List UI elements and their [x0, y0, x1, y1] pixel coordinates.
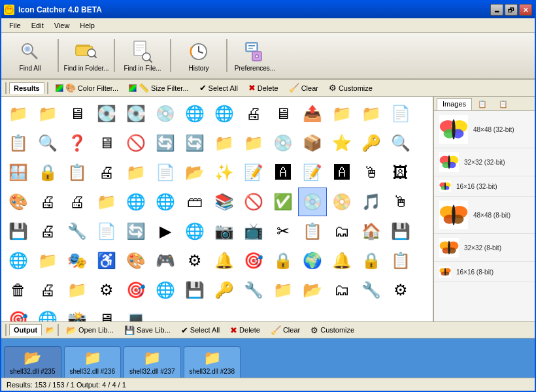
- images-tab3[interactable]: 📋: [493, 98, 514, 110]
- file-tab-shell32-236[interactable]: 📁shell32.dll #236: [64, 346, 122, 378]
- menu-edit[interactable]: Edit: [26, 20, 49, 31]
- icon-cell[interactable]: 📁: [33, 246, 62, 275]
- menu-help[interactable]: Help: [75, 20, 100, 31]
- icon-cell[interactable]: 🎮: [151, 246, 180, 275]
- icon-cell[interactable]: 💽: [122, 99, 150, 128]
- icon-cell[interactable]: ❓: [63, 129, 92, 157]
- icon-cell[interactable]: ▶: [151, 217, 180, 246]
- icon-cell[interactable]: 📁: [210, 129, 239, 157]
- toolbar-btn-find-file[interactable]: Find in File...: [119, 36, 166, 75]
- output-bar-btn-select-all[interactable]: ✔Select All: [176, 323, 224, 337]
- icon-cell[interactable]: 📁: [269, 276, 297, 304]
- menu-view[interactable]: View: [49, 20, 75, 31]
- output-bar-btn-delete[interactable]: ✖Delete: [226, 323, 265, 337]
- icon-cell[interactable]: 📁: [63, 276, 92, 304]
- icon-cell[interactable]: 💻: [122, 305, 150, 321]
- icon-cell[interactable]: 📋: [63, 158, 92, 187]
- icon-cell[interactable]: 🖱: [386, 188, 415, 216]
- icon-cell[interactable]: 🖥: [269, 99, 297, 128]
- output-bar-btn-save-lib[interactable]: 💾Save Lib...: [120, 323, 175, 337]
- icon-cell[interactable]: 🔧: [239, 276, 268, 304]
- toolbar-btn-preferences[interactable]: Preferences...: [231, 36, 278, 75]
- icon-cell[interactable]: 💿: [269, 129, 297, 157]
- icon-cell[interactable]: 📁: [4, 99, 33, 128]
- icon-cell[interactable]: 📋: [386, 246, 415, 275]
- icon-cell[interactable]: 🖥: [92, 305, 121, 321]
- icon-cell[interactable]: 🌐: [151, 276, 180, 304]
- icon-cell[interactable]: ⚙: [92, 276, 121, 304]
- icon-cell[interactable]: 💿: [298, 188, 327, 216]
- icon-cell[interactable]: 🗂: [327, 217, 356, 246]
- icon-cell[interactable]: ✂: [269, 217, 297, 246]
- icon-cell[interactable]: 💾: [4, 217, 33, 246]
- icon-cell[interactable]: 🌐: [180, 99, 209, 128]
- output-bar-btn-clear[interactable]: 🧹Clear: [266, 323, 305, 337]
- close-button[interactable]: ✕: [519, 4, 532, 16]
- icon-cell[interactable]: 📷: [210, 217, 239, 246]
- icon-cell[interactable]: 🎨: [122, 246, 150, 275]
- toolbar-btn-find-folder[interactable]: Find in Folder...: [63, 36, 110, 75]
- icon-cell[interactable]: 🗃: [180, 188, 209, 216]
- icon-cell[interactable]: 📁: [92, 188, 121, 216]
- icon-cell[interactable]: 🖨: [33, 217, 62, 246]
- icon-cell[interactable]: 🎭: [63, 246, 92, 275]
- icon-cell[interactable]: 📄: [92, 217, 121, 246]
- icon-cell[interactable]: 📤: [298, 99, 327, 128]
- icon-cell[interactable]: 🗂: [327, 276, 356, 304]
- icon-cell[interactable]: 🎵: [357, 188, 386, 216]
- icon-cell[interactable]: 🔒: [269, 246, 297, 275]
- icon-cell[interactable]: 📁: [33, 99, 62, 128]
- icon-cell[interactable]: 🎨: [4, 188, 33, 216]
- icon-cell[interactable]: ♿: [92, 246, 121, 275]
- icon-cell[interactable]: 📚: [210, 188, 239, 216]
- images-tab[interactable]: Images: [437, 98, 472, 110]
- file-tab-shell32-237[interactable]: 📁shell32.dll #237: [124, 346, 181, 378]
- icon-cell[interactable]: 🔑: [357, 129, 386, 157]
- icon-cell[interactable]: 🖼: [386, 158, 415, 187]
- icon-cell[interactable]: 📺: [239, 217, 268, 246]
- icon-cell[interactable]: 🌐: [33, 305, 62, 321]
- icon-cell[interactable]: 🌐: [210, 99, 239, 128]
- icon-cell[interactable]: 🖥: [63, 99, 92, 128]
- icon-cell[interactable]: 🏠: [357, 217, 386, 246]
- icon-cell[interactable]: 🔍: [33, 129, 62, 157]
- icon-cell[interactable]: 📂: [298, 276, 327, 304]
- icon-cell[interactable]: 🔑: [210, 276, 239, 304]
- icon-cell[interactable]: 📁: [327, 99, 356, 128]
- icon-cell[interactable]: 📝: [239, 158, 268, 187]
- icon-cell[interactable]: 🅰: [269, 158, 297, 187]
- results-bar-btn-delete[interactable]: ✖Delete: [244, 81, 283, 95]
- icon-cell[interactable]: 🔄: [151, 129, 180, 157]
- icon-cell[interactable]: 📀: [327, 188, 356, 216]
- icon-cell[interactable]: ✨: [210, 158, 239, 187]
- icon-cell[interactable]: 📁: [122, 158, 150, 187]
- icon-cell[interactable]: 🌐: [180, 217, 209, 246]
- icon-cell[interactable]: 🔔: [210, 246, 239, 275]
- icon-cell[interactable]: ⭐: [327, 129, 356, 157]
- file-tab-shell32-238[interactable]: 📁shell32.dll #238: [184, 346, 241, 378]
- icon-cell[interactable]: 🅰: [327, 158, 356, 187]
- icon-cell[interactable]: 📋: [4, 129, 33, 157]
- results-bar-btn-select-all[interactable]: ✔Select All: [195, 81, 243, 95]
- icon-cell[interactable]: 📂: [180, 158, 209, 187]
- icon-cell[interactable]: 💾: [386, 217, 415, 246]
- menu-file[interactable]: File: [4, 20, 26, 31]
- icon-cell[interactable]: 📝: [298, 158, 327, 187]
- icon-cell[interactable]: 📄: [386, 99, 415, 128]
- icon-cell[interactable]: 🖨: [33, 276, 62, 304]
- icon-cell[interactable]: 📁: [239, 129, 268, 157]
- icon-cell[interactable]: 🗑: [4, 276, 33, 304]
- icon-cell[interactable]: 🎯: [122, 276, 150, 304]
- results-bar-btn-color-filter[interactable]: 🎨Color Filter...: [51, 81, 123, 95]
- file-tab-shell32-235[interactable]: 📂shell32.dll #235: [4, 346, 61, 378]
- icon-cell[interactable]: 📋: [298, 217, 327, 246]
- images-tab2[interactable]: 📋: [472, 98, 493, 110]
- icon-cell[interactable]: 🖨: [92, 158, 121, 187]
- icon-cell[interactable]: ⚙: [386, 276, 415, 304]
- icon-cell[interactable]: 🖥: [92, 129, 121, 157]
- maximize-button[interactable]: 🗗: [505, 4, 518, 16]
- output-tab[interactable]: Output: [9, 324, 42, 336]
- icon-cell[interactable]: 🖨: [239, 99, 268, 128]
- results-bar-btn-clear[interactable]: 🧹Clear: [284, 81, 323, 95]
- icon-cell[interactable]: 🌐: [4, 246, 33, 275]
